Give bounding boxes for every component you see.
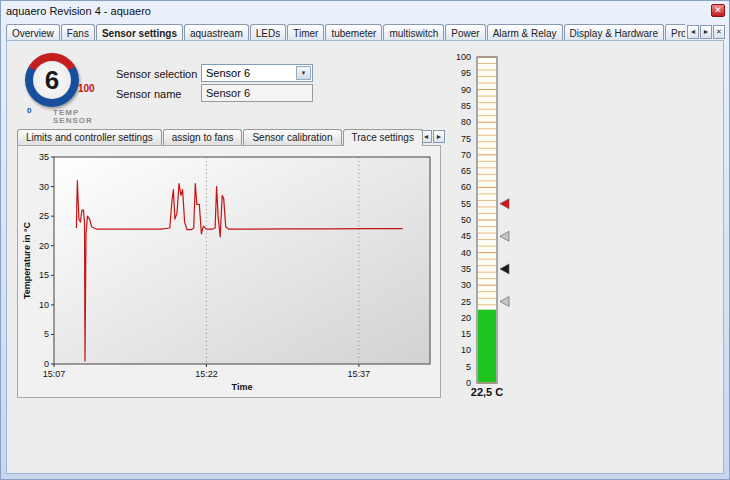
svg-text:5: 5 <box>44 329 49 339</box>
svg-text:60: 60 <box>461 182 471 192</box>
svg-text:75: 75 <box>461 134 471 144</box>
thermometer-scale: 1009590858075706560555045403530252015105… <box>437 47 529 423</box>
svg-text:95: 95 <box>461 68 471 78</box>
svg-text:Time: Time <box>232 382 253 392</box>
svg-text:10: 10 <box>39 300 49 310</box>
subtab-limits-and-controller-settings[interactable]: Limits and controller settings <box>17 129 162 145</box>
svg-text:30: 30 <box>461 280 471 290</box>
temp-sensor-gauge: 6 100 0 TEMP SENSOR <box>21 51 116 125</box>
titlebar[interactable]: aquaero Revision 4 - aquaero ✕ <box>1 1 729 21</box>
temperature-trace-chart: 0510152025303515:0715:2215:37Temperature… <box>21 149 438 396</box>
marker-black-icon[interactable] <box>500 264 509 274</box>
subtab-trace-settings[interactable]: Trace settings <box>343 129 423 146</box>
tab-scroll-right-icon[interactable]: ► <box>700 25 712 39</box>
svg-text:20: 20 <box>39 241 49 251</box>
svg-text:80: 80 <box>461 117 471 127</box>
svg-text:45: 45 <box>461 231 471 241</box>
tab-timer[interactable]: Timer <box>287 24 324 41</box>
svg-text:30: 30 <box>39 182 49 192</box>
app-window: aquaero Revision 4 - aquaero ✕ OverviewF… <box>0 0 730 480</box>
svg-text:15: 15 <box>39 270 49 280</box>
svg-text:20: 20 <box>461 313 471 323</box>
sensor-name-label: Sensor name <box>116 88 181 100</box>
tab-leds[interactable]: LEDs <box>250 24 286 41</box>
marker-red-icon[interactable] <box>500 199 509 209</box>
tab-overview[interactable]: Overview <box>6 24 60 41</box>
svg-text:90: 90 <box>461 85 471 95</box>
tab-bar: OverviewFansSensor settingsaquastreamLED… <box>6 22 685 41</box>
gauge-caption: TEMP SENSOR <box>53 109 93 125</box>
svg-text:15:07: 15:07 <box>43 369 66 379</box>
marker-gray-upper-icon[interactable] <box>500 231 509 241</box>
svg-text:10: 10 <box>461 345 471 355</box>
svg-text:70: 70 <box>461 150 471 160</box>
svg-text:15:37: 15:37 <box>348 369 371 379</box>
tab-close-icon[interactable]: ✕ <box>713 25 725 39</box>
svg-text:55: 55 <box>461 199 471 209</box>
sensor-settings-page: 6 100 0 TEMP SENSOR Sensor selection Sen… <box>6 40 724 474</box>
subtab-sensor-calibration[interactable]: Sensor calibration <box>243 129 341 145</box>
sensor-selection-label: Sensor selection <box>116 68 197 80</box>
subtab-bar: Limits and controller settingsassign to … <box>17 127 441 145</box>
window-title: aquaero Revision 4 - aquaero <box>6 5 151 17</box>
tab-fans[interactable]: Fans <box>61 24 95 41</box>
sensor-name-input[interactable] <box>201 84 313 102</box>
svg-text:0: 0 <box>44 359 49 369</box>
tab-profiles[interactable]: Profiles <box>665 24 685 41</box>
svg-text:100: 100 <box>456 52 471 62</box>
chevron-down-icon[interactable]: ▼ <box>296 66 311 80</box>
tab-display-hardware[interactable]: Display & Hardware <box>564 24 664 41</box>
thermometer-graphic: 1009590858075706560555045403530252015105… <box>437 47 529 423</box>
svg-text:15:22: 15:22 <box>195 369 218 379</box>
tab-alarm-relay[interactable]: Alarm & Relay <box>487 24 563 41</box>
tab-tubemeter[interactable]: tubemeter <box>325 24 382 41</box>
svg-text:35: 35 <box>461 264 471 274</box>
gauge-max-label: 100 <box>78 83 95 94</box>
svg-text:40: 40 <box>461 248 471 258</box>
sensor-selection-value: Sensor 6 <box>206 67 250 79</box>
window-close-button[interactable]: ✕ <box>711 4 725 17</box>
gauge-caption-line2: SENSOR <box>53 117 93 125</box>
svg-text:50: 50 <box>461 215 471 225</box>
svg-text:25: 25 <box>461 297 471 307</box>
svg-text:65: 65 <box>461 166 471 176</box>
marker-gray-lower-icon[interactable] <box>500 297 509 307</box>
tab-power[interactable]: Power <box>445 24 485 41</box>
subtab-assign-to-fans[interactable]: assign to fans <box>163 129 243 145</box>
sensor-selection-dropdown[interactable]: Sensor 6 ▼ <box>201 64 313 82</box>
svg-text:35: 35 <box>39 152 49 162</box>
gauge-value: 6 <box>33 61 71 99</box>
trace-chart-panel: 0510152025303515:0715:2215:37Temperature… <box>17 145 441 398</box>
gauge-ring-icon: 6 <box>25 53 79 107</box>
current-temperature-readout: 22,5 C <box>447 386 527 398</box>
tab-sensor-settings[interactable]: Sensor settings <box>96 24 183 41</box>
gauge-min-label: 0 <box>27 106 31 115</box>
svg-text:15: 15 <box>461 329 471 339</box>
svg-text:Temperature in °C: Temperature in °C <box>22 222 32 299</box>
svg-text:5: 5 <box>466 362 471 372</box>
svg-text:25: 25 <box>39 211 49 221</box>
tab-pager: ◄ ► ✕ <box>687 25 725 39</box>
tab-aquastream[interactable]: aquastream <box>184 24 249 41</box>
tab-multiswitch[interactable]: multiswitch <box>383 24 444 41</box>
svg-text:85: 85 <box>461 101 471 111</box>
tab-scroll-left-icon[interactable]: ◄ <box>687 25 699 39</box>
